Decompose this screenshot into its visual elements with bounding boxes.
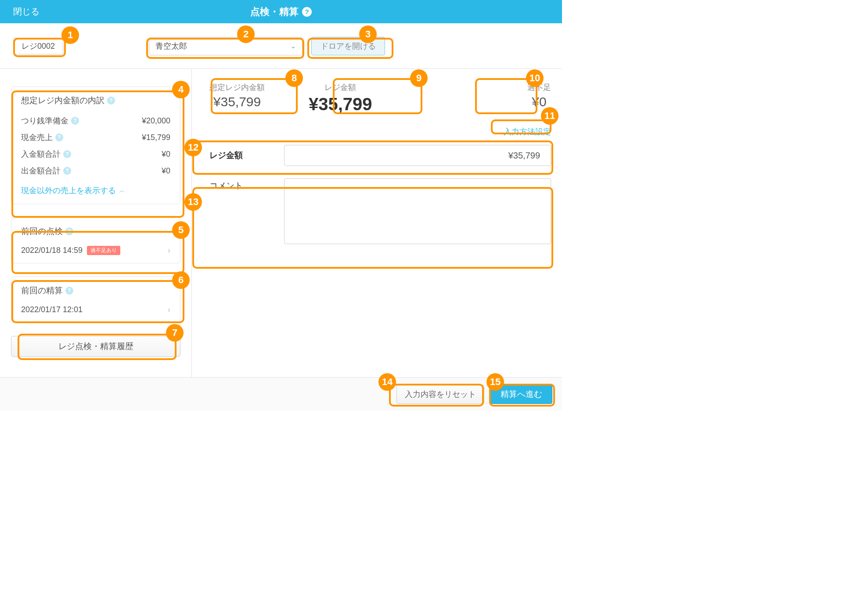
expected-amount-box: 想定レジ内金額 ¥35,799 xyxy=(209,82,265,114)
breakdown-value: ¥0 xyxy=(162,150,170,159)
show-other-label: 現金以外の売上を表示する xyxy=(21,185,116,196)
reset-button[interactable]: 入力内容をリセット xyxy=(396,385,484,404)
actual-value: ¥35,799 xyxy=(309,94,372,114)
open-drawer-button[interactable]: ドロアを開ける xyxy=(311,37,385,55)
chevron-right-icon: › xyxy=(168,305,170,314)
main: 想定レジ内金額の内訳 ? つり銭準備金? ¥20,000 現金売上? ¥15,7… xyxy=(0,69,562,377)
chevron-up-icon: ︿ xyxy=(119,187,125,195)
help-icon[interactable]: ? xyxy=(63,167,71,175)
breakdown-label: 入金額合計 xyxy=(21,149,61,159)
help-icon[interactable]: ? xyxy=(65,287,73,295)
prev-settle-datetime: 2022/01/17 12:01 xyxy=(21,305,83,314)
prev-settle-card[interactable]: 前回の精算 ? 2022/01/17 12:01 › xyxy=(11,277,180,323)
title-wrap: 点検・精算 ? xyxy=(250,5,312,18)
breakdown-label: 出金額合計 xyxy=(21,166,61,176)
staff-select[interactable]: 青空太郎 ⌄ xyxy=(149,37,303,55)
breakdown-row: つり銭準備金? ¥20,000 xyxy=(21,112,170,129)
diff-value: ¥0 xyxy=(527,94,551,109)
close-button[interactable]: 閉じる xyxy=(13,6,40,18)
staff-name: 青空太郎 xyxy=(155,41,187,51)
breakdown-value: ¥20,000 xyxy=(142,116,170,126)
prev-check-title: 前回の点検 ? xyxy=(21,226,170,237)
summary: 想定レジ内金額 ¥35,799 レジ金額 ¥35,799 過不足 ¥0 xyxy=(209,82,551,114)
show-other-sales-toggle[interactable]: 現金以外の売上を表示する ︿ xyxy=(21,185,170,196)
sidebar: 想定レジ内金額の内訳 ? つり銭準備金? ¥20,000 現金売上? ¥15,7… xyxy=(0,69,192,377)
breakdown-value: ¥0 xyxy=(162,166,170,176)
amount-input[interactable] xyxy=(284,145,551,166)
actual-amount-box: レジ金額 ¥35,799 xyxy=(309,82,372,114)
diff-label: 過不足 xyxy=(527,82,551,93)
breakdown-title-text: 想定レジ内金額の内訳 xyxy=(21,95,104,106)
help-icon[interactable]: ? xyxy=(63,150,71,158)
help-icon[interactable]: ? xyxy=(65,227,73,235)
content: 想定レジ内金額 ¥35,799 レジ金額 ¥35,799 過不足 ¥0 入力方法… xyxy=(192,69,562,377)
breakdown-label: 現金売上 xyxy=(21,132,53,143)
diff-amount-box: 過不足 ¥0 xyxy=(527,82,551,114)
prev-check-card[interactable]: 前回の点検 ? 2022/01/18 14:59 過不足あり › xyxy=(11,217,180,263)
proceed-button[interactable]: 精算へ進む xyxy=(490,385,552,404)
help-icon[interactable]: ? xyxy=(107,97,115,104)
breakdown-row: 入金額合計? ¥0 xyxy=(21,146,170,162)
prev-check-datetime: 2022/01/18 14:59 xyxy=(21,246,83,255)
help-icon[interactable]: ? xyxy=(302,7,312,17)
actual-label: レジ金額 xyxy=(309,82,372,93)
amount-field-label: レジ金額 xyxy=(209,150,275,161)
register-label[interactable]: レジ0002 xyxy=(13,38,63,54)
breakdown-value: ¥15,799 xyxy=(142,133,170,142)
help-icon[interactable]: ? xyxy=(71,117,79,125)
toolbar: レジ0002 青空太郎 ⌄ ドロアを開ける xyxy=(0,23,562,69)
prev-settle-title-text: 前回の精算 xyxy=(21,285,63,296)
expected-value: ¥35,799 xyxy=(209,94,265,109)
comment-field-label: コメント xyxy=(209,178,275,191)
breakdown-label: つり銭準備金 xyxy=(21,115,68,126)
input-setting-wrap: 入力方法設定 xyxy=(209,126,551,137)
breakdown-title: 想定レジ内金額の内訳 ? xyxy=(21,95,170,106)
amount-field-row: レジ金額 xyxy=(209,145,551,166)
history-button[interactable]: レジ点検・精算履歴 xyxy=(11,336,180,357)
prev-settle-title: 前回の精算 ? xyxy=(21,285,170,296)
input-method-setting-link[interactable]: 入力方法設定 xyxy=(504,127,551,136)
footer: 入力内容をリセット 精算へ進む xyxy=(0,377,562,411)
discrepancy-badge: 過不足あり xyxy=(87,246,120,255)
breakdown-card: 想定レジ内金額の内訳 ? つり銭準備金? ¥20,000 現金売上? ¥15,7… xyxy=(11,86,180,204)
help-icon[interactable]: ? xyxy=(55,133,63,141)
breakdown-row: 現金売上? ¥15,799 xyxy=(21,129,170,146)
comment-field-row: コメント xyxy=(209,178,551,244)
top-bar: 閉じる 点検・精算 ? xyxy=(0,0,562,23)
chevron-down-icon: ⌄ xyxy=(291,43,296,50)
page-title: 点検・精算 xyxy=(250,5,299,18)
prev-check-title-text: 前回の点検 xyxy=(21,226,63,237)
chevron-right-icon: › xyxy=(168,246,170,255)
comment-textarea[interactable] xyxy=(284,178,551,244)
expected-label: 想定レジ内金額 xyxy=(209,82,265,93)
breakdown-row: 出金額合計? ¥0 xyxy=(21,162,170,179)
